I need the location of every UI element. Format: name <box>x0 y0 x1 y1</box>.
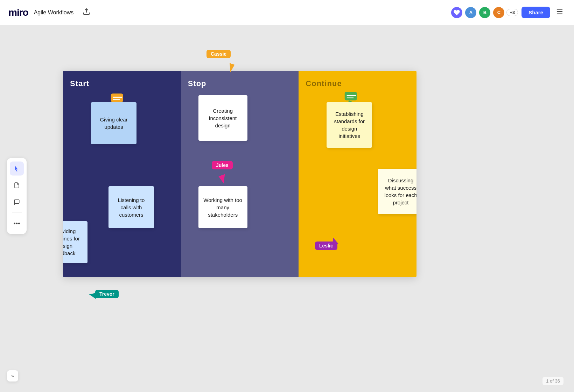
avatar-2: B <box>478 6 491 19</box>
collapse-button[interactable]: » <box>7 370 18 382</box>
canvas: Start Giving clear updates Listening to … <box>0 25 574 392</box>
stop-column: Stop Creating inconsistent design Workin… <box>181 71 299 277</box>
avatar-count-badge: +3 <box>506 9 518 16</box>
svg-rect-8 <box>345 92 357 100</box>
stop-column-header: Stop <box>188 79 292 88</box>
sticky-working-stakeholders[interactable]: Working with too many stakeholders <box>198 186 247 228</box>
sticky-providing-deadlines[interactable]: Providing deadlines for design feedback <box>63 221 88 263</box>
jules-cursor-label: Jules <box>212 161 233 169</box>
sticky-giving-clear-updates[interactable]: Giving clear updates <box>91 102 136 144</box>
more-tools-button[interactable]: ••• <box>10 217 24 231</box>
svg-rect-1 <box>557 9 563 9</box>
upload-button[interactable] <box>79 6 94 19</box>
comment-tool[interactable] <box>10 195 24 209</box>
sticky-note-tool[interactable] <box>10 178 24 192</box>
sticky-listening-to-calls[interactable]: Listening to calls with customers <box>108 186 154 228</box>
svg-rect-4 <box>111 93 123 102</box>
continue-column-header: Continue <box>306 79 410 88</box>
avatar-group: A B C +3 <box>450 6 518 19</box>
cassie-cursor-label: Cassie <box>206 50 231 58</box>
sticky-establishing-standards[interactable]: Establishing standards for design initia… <box>327 102 372 148</box>
avatar-3: C <box>492 6 505 19</box>
board-title: Agile Workflows <box>34 9 74 16</box>
cursor-tool[interactable] <box>10 162 24 176</box>
start-column-header: Start <box>70 79 174 88</box>
avatar-1: A <box>464 6 477 19</box>
retro-board: Start Giving clear updates Listening to … <box>63 71 416 277</box>
menu-icon-button[interactable] <box>554 6 566 20</box>
miro-logo: miro <box>8 7 28 18</box>
sticky-creating-inconsistent[interactable]: Creating inconsistent design <box>198 95 247 141</box>
topbar-right: A B C +3 Share <box>450 6 566 20</box>
toolbar-divider <box>12 213 22 213</box>
trevor-cursor-arrow <box>88 291 97 299</box>
trevor-cursor-label: Trevor <box>95 290 119 298</box>
start-column: Start Giving clear updates Listening to … <box>63 71 181 277</box>
page-indicator: 1 of 36 <box>542 377 564 385</box>
top-bar: miro Agile Workflows A B C +3 Share <box>0 0 574 25</box>
sticky-discussing-success[interactable]: Discussing what success looks for each p… <box>378 169 416 214</box>
svg-rect-2 <box>557 11 563 12</box>
avatar-f <box>450 6 463 19</box>
left-toolbar: ••• <box>7 158 27 234</box>
svg-rect-3 <box>557 13 563 14</box>
share-button[interactable]: Share <box>522 7 550 18</box>
